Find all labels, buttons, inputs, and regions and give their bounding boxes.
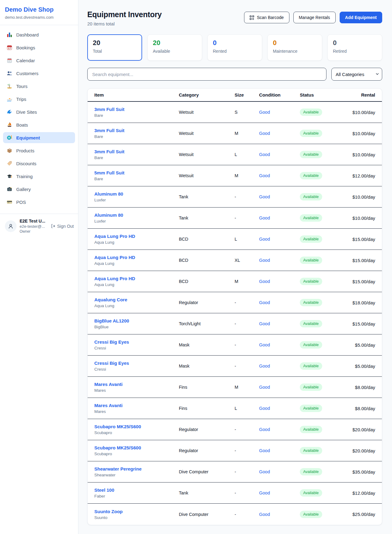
condition-link[interactable]: Good [259, 194, 300, 199]
sidebar-item-boats[interactable]: Boats [3, 119, 75, 130]
item-link[interactable]: Suunto Zoop [94, 509, 179, 514]
rental-cell: $15.00/day [352, 321, 375, 326]
barcode-scan-icon [250, 15, 254, 20]
item-link[interactable]: Scubapro MK25/S600 [94, 445, 179, 450]
sidebar-item-label: Products [16, 148, 34, 153]
status-cell: Available [300, 447, 352, 454]
condition-link[interactable]: Good [259, 152, 300, 157]
condition-link[interactable]: Good [259, 216, 300, 220]
condition-link[interactable]: Good [259, 237, 300, 242]
item-link[interactable]: Aqua Lung Pro HD [94, 234, 179, 239]
app-name[interactable]: Demo Dive Shop [5, 6, 73, 13]
item-link[interactable]: Aluminum 80 [94, 212, 179, 218]
sidebar-item-customers[interactable]: Customers [3, 68, 75, 79]
table-row: Steel 100FaberTank-GoodAvailable$12.00/d… [88, 483, 382, 504]
item-link[interactable]: Aluminum 80 [94, 191, 179, 196]
item-link[interactable]: Aqua Lung Pro HD [94, 276, 179, 281]
condition-link[interactable]: Good [259, 427, 300, 432]
condition-link[interactable]: Good [259, 448, 300, 453]
condition-link[interactable]: Good [259, 342, 300, 347]
stat-value: 20 [93, 39, 137, 47]
item-link[interactable]: Cressi Big Eyes [94, 360, 179, 366]
rental-cell: $18.00/day [352, 300, 375, 305]
category-cell: Tank [179, 490, 235, 495]
item-link[interactable]: Shearwater Peregrine [94, 466, 179, 471]
table-row: Aqua Lung Pro HDAqua LungBCDXLGoodAvaila… [88, 250, 382, 271]
scan-barcode-button[interactable]: Scan Barcode [244, 12, 289, 23]
item-link[interactable]: Cressi Big Eyes [94, 339, 179, 345]
item-link[interactable]: Aqua Lung Pro HD [94, 255, 179, 260]
rental-cell: $5.00/day [352, 342, 375, 348]
condition-link[interactable]: Good [259, 364, 300, 368]
column-header-status: Status [300, 92, 352, 97]
rental-cell: $20.00/day [352, 427, 375, 432]
sidebar-item-dashboard[interactable]: Dashboard [3, 29, 75, 40]
sidebar-item-gallery[interactable]: Gallery [3, 184, 75, 195]
category-cell: Mask [179, 364, 235, 368]
item-brand: Shearwater [94, 473, 179, 477]
sidebar-item-calendar[interactable]: Calendar [3, 55, 75, 66]
item-link[interactable]: Mares Avanti [94, 403, 179, 408]
brand-block: Demo Dive Shop demo.test.divestreams.com [0, 0, 78, 25]
table-row: Aluminum 80LuxferTank-GoodAvailable$10.0… [88, 186, 382, 208]
sidebar-item-tours[interactable]: Tours [3, 81, 75, 92]
size-cell: XL [235, 258, 259, 263]
stat-label: Available [153, 49, 197, 54]
stat-card-retired[interactable]: 0Retired [327, 34, 382, 61]
sidebar-item-bookings[interactable]: 17Bookings [3, 42, 75, 53]
sidebar-item-products[interactable]: Products [3, 145, 75, 156]
sidebar-item-trips[interactable]: Trips [3, 93, 75, 105]
item-link[interactable]: Scubapro MK25/S600 [94, 424, 179, 429]
stat-card-maintenance[interactable]: 0Maintenance [267, 34, 322, 61]
stat-label: Maintenance [273, 49, 317, 54]
condition-link[interactable]: Good [259, 110, 300, 115]
sidebar-item-label: Tours [16, 84, 28, 89]
condition-link[interactable]: Good [259, 321, 300, 326]
status-cell: Available [300, 130, 352, 137]
sidebar-nav: Dashboard17BookingsCalendarCustomersTour… [0, 25, 78, 212]
sign-out-icon [51, 224, 55, 228]
sidebar-item-training[interactable]: Training [3, 171, 75, 182]
sign-out-button[interactable]: Sign Out [51, 224, 74, 229]
condition-link[interactable]: Good [259, 173, 300, 178]
table-row: 3mm Full SuitBareWetsuitLGoodAvailable$1… [88, 144, 382, 165]
item-link[interactable]: Aqualung Core [94, 297, 179, 302]
item-cell: 3mm Full SuitBare [94, 128, 179, 139]
category-select[interactable]: All Categories [331, 68, 382, 81]
item-link[interactable]: 3mm Full Suit [94, 128, 179, 133]
rental-cell: $12.00/day [352, 490, 375, 496]
manage-rentals-button[interactable]: Manage Rentals [293, 12, 336, 23]
table-row: Shearwater PeregrineShearwaterDive Compu… [88, 461, 382, 483]
page-title: Equipment Inventory [87, 10, 162, 19]
condition-link[interactable]: Good [259, 385, 300, 390]
table-row: Mares AvantiMaresFinsLGoodAvailable$8.00… [88, 398, 382, 419]
category-cell: Torch/Light [179, 321, 235, 326]
condition-link[interactable]: Good [259, 490, 300, 495]
item-link[interactable]: Steel 100 [94, 487, 179, 493]
table-row: Cressi Big EyesCressiMask-GoodAvailable$… [88, 356, 382, 377]
condition-link[interactable]: Good [259, 469, 300, 474]
search-input[interactable] [87, 68, 326, 81]
sidebar-item-pos[interactable]: POS [3, 196, 75, 208]
condition-link[interactable]: Good [259, 300, 300, 305]
condition-link[interactable]: Good [259, 512, 300, 517]
condition-link[interactable]: Good [259, 406, 300, 411]
item-link[interactable]: 5mm Full Suit [94, 170, 179, 175]
add-equipment-button[interactable]: Add Equipment [340, 12, 382, 23]
sidebar-item-discounts[interactable]: Discounts [3, 158, 75, 169]
stat-card-total[interactable]: 20Total [87, 34, 142, 61]
stat-card-rented[interactable]: 0Rented [207, 34, 262, 61]
condition-link[interactable]: Good [259, 131, 300, 136]
stat-label: Rented [213, 49, 257, 54]
item-link[interactable]: Mares Avanti [94, 382, 179, 387]
sidebar-item-equipment[interactable]: Equipment [3, 132, 75, 143]
stat-card-available[interactable]: 20Available [147, 34, 202, 61]
item-link[interactable]: BigBlue AL1200 [94, 318, 179, 323]
size-cell: - [235, 469, 259, 474]
condition-link[interactable]: Good [259, 279, 300, 284]
item-link[interactable]: 3mm Full Suit [94, 149, 179, 154]
item-link[interactable]: 3mm Full Suit [94, 107, 179, 112]
sidebar-item-dive-sites[interactable]: Dive Sites [3, 106, 75, 117]
sidebar-item-label: Calendar [16, 58, 35, 63]
condition-link[interactable]: Good [259, 258, 300, 263]
